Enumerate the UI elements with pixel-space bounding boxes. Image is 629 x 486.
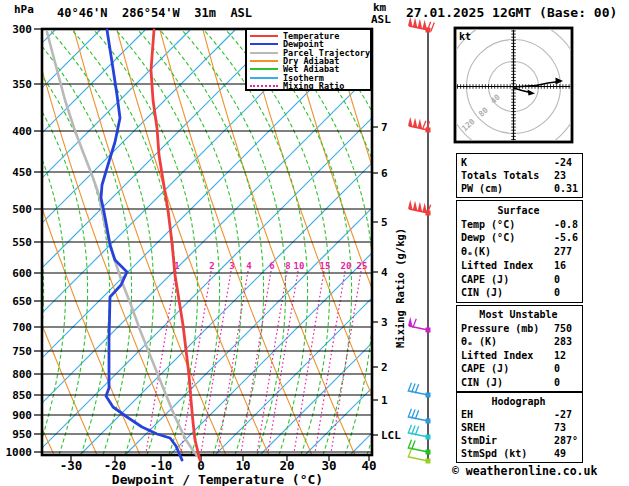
section-title: Hodograph — [461, 396, 582, 407]
stat-value: 750 — [554, 323, 572, 334]
stat-label: PW (cm) — [461, 183, 503, 194]
stat-value: 0 — [554, 274, 560, 285]
mixing-ratio-line — [268, 271, 298, 453]
stat-label: Temp (°C) — [461, 219, 515, 230]
skewt-sounding-page: 3003504004505005506006507007508008509009… — [0, 0, 629, 486]
stat-label: SREH — [461, 422, 485, 433]
mixing-ratio-value-label: 15 — [320, 261, 331, 271]
km-tick-label: 6 — [381, 167, 388, 180]
stat-label: StmDir — [461, 435, 497, 446]
stat-value: 12 — [554, 350, 566, 361]
stat-row: SREH73 — [461, 422, 582, 433]
pressure-tick-label: 500 — [12, 203, 32, 216]
stat-value: 0 — [554, 287, 560, 298]
temp-tick-label: 30 — [321, 458, 336, 473]
legend-label: Mixing Ratio — [283, 82, 344, 90]
mixing-ratio-value-label: 20 — [341, 261, 352, 271]
stat-value: 0 — [554, 377, 560, 388]
copyright-label: © weatheronline.co.uk — [452, 464, 597, 478]
stat-row: Lifted Index12 — [461, 350, 582, 361]
km-tick-label: 5 — [381, 216, 388, 229]
stat-label: Dewp (°C) — [461, 232, 515, 243]
km-tick-label: 7 — [381, 121, 388, 134]
mixing-ratio-value-label: 6 — [269, 261, 274, 271]
pressure-tick-label: 650 — [12, 295, 32, 308]
stat-row: Temp (°C)-0.8 — [461, 219, 582, 230]
stat-label: Pressure (mb) — [461, 323, 539, 334]
stat-row: CAPE (J)0 — [461, 363, 582, 374]
km-tick-label: 2 — [381, 361, 388, 374]
stat-value: 0.31 — [554, 183, 578, 194]
stat-row: θₑ (K)283 — [461, 336, 582, 347]
legend-swatch-parcel-trajectory — [250, 52, 278, 54]
pressure-tick-label: 300 — [12, 23, 32, 36]
stat-label: CAPE (J) — [461, 363, 509, 374]
mixing-ratio-value-label: 4 — [246, 261, 252, 271]
temp-tick-label: -30 — [60, 458, 83, 473]
temp-tick-label: 10 — [235, 458, 250, 473]
stat-value: 73 — [554, 422, 566, 433]
mixing-ratio-line — [201, 271, 231, 453]
stat-value: 49 — [554, 448, 566, 459]
stat-value: 16 — [554, 260, 566, 271]
pressure-tick-label: 700 — [12, 321, 32, 334]
pressure-tick-label: 600 — [12, 267, 32, 280]
stat-label: EH — [461, 409, 473, 420]
legend-swatch-mixing-ratio — [250, 85, 278, 87]
mixing-ratio-value-label: 25 — [357, 261, 368, 271]
stat-value: 0 — [554, 363, 560, 374]
wind-barb — [408, 317, 431, 333]
stat-row: CAPE (J)0 — [461, 274, 582, 285]
mixing-ratio-value-label: 8 — [285, 261, 290, 271]
hodograph-stats-box: HodographEH-27SREH73StmDir287°StmSpd (kt… — [456, 392, 583, 463]
asl-axis-unit-label: ASL — [371, 13, 391, 26]
legend-item: Mixing Ratio — [250, 82, 370, 90]
temp-tick-label: -20 — [104, 458, 127, 473]
stat-label: Totals Totals — [461, 170, 539, 181]
wind-barb — [408, 200, 431, 216]
km-tick-label: 3 — [381, 316, 388, 329]
stat-label: CAPE (J) — [461, 274, 509, 285]
legend-swatch-dewpoint — [250, 43, 278, 45]
stat-value: -27 — [554, 409, 572, 420]
pressure-tick-label: 400 — [12, 125, 32, 138]
stat-label: K — [461, 157, 467, 168]
pressure-tick-label: 550 — [12, 236, 32, 249]
wind-barb — [408, 383, 431, 398]
hodograph-unit-label: kt — [459, 31, 471, 42]
stat-label: StmSpd (kt) — [461, 448, 527, 459]
section-title: Most Unstable — [461, 309, 582, 320]
legend: TemperatureDewpointParcel TrajectoryDry … — [245, 28, 372, 91]
stat-value: 287° — [554, 435, 578, 446]
stat-label: Lifted Index — [461, 350, 533, 361]
wind-barb — [408, 409, 431, 424]
stat-value: -24 — [554, 157, 572, 168]
pressure-tick-label: 800 — [12, 368, 32, 381]
pressure-tick-label: 900 — [12, 409, 32, 422]
mixing-ratio-value-label: 3 — [229, 261, 234, 271]
stat-value: -5.6 — [554, 232, 578, 243]
legend-swatch-temperature — [250, 35, 278, 37]
pressure-tick-label: 850 — [12, 389, 32, 402]
mixing-ratio-axis-title: Mixing Ratio (g/kg) — [394, 228, 406, 348]
isotherm-line — [0, 30, 10, 455]
stat-row: K-24 — [461, 157, 582, 168]
stat-value: 283 — [554, 336, 572, 347]
legend-swatch-dry-adiabat — [250, 60, 278, 62]
stats-box: K-24Totals Totals23PW (cm)0.31 — [456, 153, 583, 198]
stat-row: StmSpd (kt)49 — [461, 448, 582, 459]
stat-value: 277 — [554, 246, 572, 257]
dry-adiabat-line — [0, 30, 11, 455]
stat-label: Lifted Index — [461, 260, 533, 271]
stat-row: Totals Totals23 — [461, 170, 582, 181]
section-title: Surface — [461, 205, 582, 216]
stat-row: CIN (J)0 — [461, 287, 582, 298]
stat-label: θₑ (K) — [461, 336, 497, 347]
mixing-ratio-value-label: 2 — [209, 261, 214, 271]
stat-value: 23 — [554, 170, 566, 181]
datetime-label: 27.01.2025 12GMT (Base: 00) — [406, 5, 617, 20]
wind-barb — [408, 117, 431, 133]
legend-swatch-isotherm — [250, 77, 278, 79]
km-tick-label: 1 — [381, 394, 388, 407]
temp-tick-label: 40 — [361, 458, 376, 473]
